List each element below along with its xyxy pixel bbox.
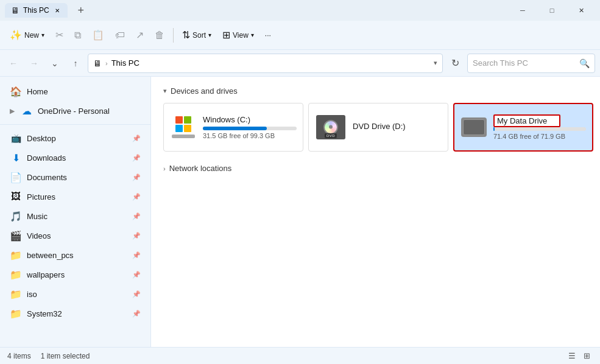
sidebar-item-iso[interactable]: 📁 iso 📌 (2, 284, 148, 304)
sidebar-item-videos[interactable]: 🎬 Videos 📌 (2, 226, 148, 245)
pin-icon-downloads: 📌 (132, 154, 141, 162)
sidebar-item-label-downloads: Downloads (27, 153, 127, 163)
drive-item-d[interactable]: DVD DVD Drive (D:) (308, 103, 448, 152)
address-dropdown-icon[interactable]: ▾ (434, 59, 437, 67)
sidebar-item-label-iso: iso (27, 290, 127, 299)
network-locations-header[interactable]: › Network locations (163, 164, 588, 173)
drive-c-bar-bg (203, 127, 297, 130)
win-sq-yellow (184, 125, 191, 132)
view-icons: ☰ ⊞ (566, 350, 593, 362)
drive-mydata-bar-fill (493, 127, 495, 131)
win-sq-blue (175, 125, 183, 132)
pin-icon-between-pcs: 📌 (132, 251, 141, 259)
sidebar-item-desktop[interactable]: 📺 Desktop 📌 (2, 128, 148, 148)
tab-this-pc[interactable]: 🖥 This PC ✕ (5, 3, 68, 18)
toolbar: ✨ New ▾ ✂ ⧉ 📋 🏷 ↗ 🗑 ⇅ Sort ▾ ⊞ View ▾ ··… (0, 21, 600, 50)
folder-iso-icon: 📁 (10, 289, 22, 300)
sidebar-item-home[interactable]: 🏠 Home (2, 82, 148, 101)
drive-rename-input[interactable] (493, 114, 560, 127)
new-label: New (24, 31, 39, 40)
onedrive-expand-icon: ▶ (10, 107, 15, 115)
delete-icon: 🗑 (155, 30, 164, 41)
new-button[interactable]: ✨ New ▾ (5, 24, 49, 46)
tab-close-button[interactable]: ✕ (53, 6, 62, 15)
paste-button[interactable]: 📋 (87, 24, 109, 46)
devices-drives-header[interactable]: ▾ Devices and drives (163, 86, 588, 96)
maximize-button[interactable]: □ (538, 0, 566, 21)
downloads-icon: ⬇ (10, 152, 22, 164)
forward-button[interactable]: → (26, 55, 43, 72)
music-icon: 🎵 (10, 211, 22, 222)
drive-c-size: 31.5 GB free of 99.3 GB (203, 132, 297, 139)
title-bar: 🖥 This PC ✕ + ─ □ ✕ (0, 0, 600, 21)
drive-mydata-name-wrap (493, 114, 586, 127)
drives-grid: Windows (C:) 31.5 GB free of 99.3 GB DVD (163, 103, 588, 152)
pin-icon-system32: 📌 (132, 310, 141, 318)
hdd-inner (463, 119, 485, 135)
sidebar-item-wallpapers[interactable]: 📁 wallpapers 📌 (2, 265, 148, 284)
sidebar-item-music[interactable]: 🎵 Music 📌 (2, 206, 148, 226)
drive-item-mydata[interactable]: 71.4 GB free of 71.9 GB (453, 103, 593, 152)
sidebar-item-pictures[interactable]: 🖼 Pictures 📌 (2, 187, 148, 206)
cut-button[interactable]: ✂ (51, 24, 68, 46)
win-sq-green (184, 116, 191, 124)
drive-mydata-info: 71.4 GB free of 71.9 GB (493, 114, 586, 140)
sort-button[interactable]: ⇅ Sort ▾ (177, 24, 216, 46)
view-icon: ⊞ (222, 29, 230, 41)
expand-nav-button[interactable]: ⌄ (46, 55, 63, 72)
sidebar-item-documents[interactable]: 📄 Documents 📌 (2, 167, 148, 187)
sidebar-item-onedrive[interactable]: ▶ ☁ OneDrive - Personal (2, 101, 148, 121)
address-path-text: This PC (111, 58, 139, 68)
new-tab-button[interactable]: + (72, 2, 90, 19)
sort-icon: ⇅ (182, 29, 190, 41)
more-button[interactable]: ··· (260, 24, 276, 46)
onedrive-icon: ☁ (21, 105, 33, 117)
dvd-icon-wrap: DVD (315, 111, 347, 143)
sidebar: 🏠 Home ▶ ☁ OneDrive - Personal 📺 Desktop… (0, 77, 151, 347)
folder-wallpapers-icon: 📁 (10, 269, 22, 281)
drive-c-bar-fill (203, 127, 267, 130)
search-box[interactable]: Search This PC 🔍 (467, 54, 595, 73)
new-icon: ✨ (10, 29, 22, 41)
sidebar-item-label-pictures: Pictures (27, 192, 127, 201)
large-icons-view-button[interactable]: ⊞ (581, 350, 593, 362)
details-view-button[interactable]: ☰ (566, 350, 578, 362)
drive-d-name: DVD Drive (D:) (353, 122, 442, 131)
drive-item-c[interactable]: Windows (C:) 31.5 GB free of 99.3 GB (163, 103, 303, 152)
sidebar-item-system32[interactable]: 📁 System32 📌 (2, 304, 148, 323)
sidebar-item-label-home: Home (27, 87, 141, 96)
more-label: ··· (265, 31, 271, 40)
main-content: 🏠 Home ▶ ☁ OneDrive - Personal 📺 Desktop… (0, 77, 600, 347)
new-chevron: ▾ (41, 32, 44, 38)
hdd-icon (461, 117, 487, 137)
copy-button[interactable]: ⧉ (69, 24, 86, 46)
pin-icon-wallpapers: 📌 (132, 271, 141, 279)
rename-button[interactable]: 🏷 (110, 24, 130, 46)
search-icon[interactable]: 🔍 (579, 58, 590, 68)
delete-button[interactable]: 🗑 (150, 24, 169, 46)
view-button[interactable]: ⊞ View ▾ (217, 24, 259, 46)
address-box[interactable]: 🖥 › This PC ▾ (88, 54, 443, 73)
pictures-icon: 🖼 (10, 191, 22, 202)
status-bar: 4 items 1 item selected ☰ ⊞ (0, 347, 600, 364)
copy-icon: ⧉ (74, 30, 81, 41)
minimize-button[interactable]: ─ (509, 0, 537, 21)
back-button[interactable]: ← (5, 55, 22, 72)
refresh-button[interactable]: ↻ (446, 55, 464, 72)
sidebar-item-label-system32: System32 (27, 309, 127, 318)
devices-drives-chevron: ▾ (163, 87, 167, 95)
sidebar-item-between-pcs[interactable]: 📁 between_pcs 📌 (2, 245, 148, 265)
close-button[interactable]: ✕ (567, 0, 595, 21)
up-button[interactable]: ↑ (67, 55, 84, 72)
windows-logo-icon (175, 116, 191, 132)
sidebar-item-label-wallpapers: wallpapers (27, 270, 127, 279)
share-button[interactable]: ↗ (131, 24, 149, 46)
sort-chevron: ▾ (208, 32, 211, 38)
drive-c-info: Windows (C:) 31.5 GB free of 99.3 GB (203, 115, 297, 139)
sidebar-item-downloads[interactable]: ⬇ Downloads 📌 (2, 148, 148, 167)
sidebar-item-label-between-pcs: between_pcs (27, 251, 127, 260)
drive-mydata-icon-area (461, 117, 487, 137)
window-controls: ─ □ ✕ (509, 0, 595, 21)
drive-d-info: DVD Drive (D:) (353, 122, 442, 133)
drive-c-icon-area (170, 116, 197, 138)
